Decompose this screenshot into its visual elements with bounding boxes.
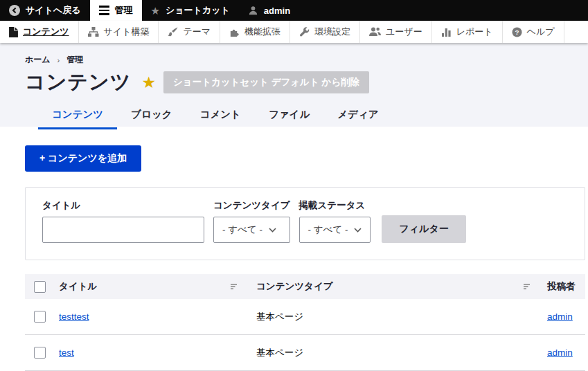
title-filter-input[interactable] — [42, 217, 204, 243]
select-all-checkbox[interactable] — [34, 281, 46, 293]
content-type-value: 基本ページ — [256, 311, 303, 323]
filter-panel: タイトル コンテンツタイプ - すべて - 掲載ステータス - すべて - フィ… — [25, 187, 585, 260]
table-header-row: タイトル コンテンツタイプ 投稿者 — [25, 274, 585, 299]
add-content-button[interactable]: + コンテンツを追加 — [25, 145, 141, 172]
table-header-author[interactable]: 投稿者 — [547, 281, 576, 291]
type-filter-select[interactable]: - すべて - — [213, 217, 290, 243]
breadcrumb-separator: › — [57, 56, 60, 64]
hamburger-icon — [99, 6, 109, 15]
back-to-site-button[interactable]: サイトへ戻る — [0, 0, 90, 21]
title-filter-field: タイトル — [42, 199, 204, 243]
table-row: test 基本ページ admin — [25, 335, 585, 371]
title-filter-label: タイトル — [42, 199, 204, 212]
chevron-down-icon — [269, 228, 276, 233]
wrench-icon — [299, 27, 310, 37]
bar-chart-icon — [441, 27, 452, 37]
content-title-link[interactable]: test — [59, 347, 74, 358]
menu-item-configuration-label: 環境設定 — [314, 26, 350, 38]
menu-item-extend-label: 機能拡張 — [244, 26, 280, 38]
content-table: タイトル コンテンツタイプ 投稿者 testtest — [25, 274, 585, 371]
content-title-link[interactable]: testtest — [59, 311, 89, 322]
menu-item-configuration[interactable]: 環境設定 — [290, 21, 360, 43]
svg-text:?: ? — [515, 28, 519, 35]
menu-item-people[interactable]: ユーザー — [360, 21, 432, 43]
author-link[interactable]: admin — [547, 347, 573, 358]
status-filter-field: 掲載ステータス - すべて - — [299, 199, 371, 243]
shortcuts-label: ショートカット — [166, 4, 230, 17]
tab-block[interactable]: ブロック — [117, 102, 186, 129]
users-icon — [369, 27, 381, 37]
row-checkbox[interactable] — [34, 311, 46, 323]
shortcuts-button[interactable]: ★ ショートカット — [142, 0, 239, 21]
file-icon — [9, 27, 18, 37]
shortcut-star-icon[interactable]: ★ — [141, 75, 156, 91]
page-title: コンテンツ — [25, 69, 131, 96]
breadcrumb-admin-link[interactable]: 管理 — [66, 54, 83, 66]
status-filter-label: 掲載ステータス — [299, 199, 371, 212]
title-row: コンテンツ ★ ショートカットセット デフォルト から削除 — [25, 69, 563, 96]
breadcrumb: ホーム › 管理 — [25, 54, 563, 66]
status-filter-selected-value: - すべて - — [308, 224, 348, 236]
menu-item-structure-label: サイト構築 — [104, 26, 150, 38]
menu-item-help[interactable]: ? ヘルプ — [503, 21, 564, 43]
tab-file[interactable]: ファイル — [255, 102, 323, 129]
user-icon — [248, 6, 258, 16]
menu-item-appearance[interactable]: テーマ — [159, 21, 220, 43]
brush-icon — [168, 27, 178, 37]
star-icon: ★ — [151, 6, 160, 16]
back-to-site-label: サイトへ戻る — [26, 4, 81, 17]
menu-item-appearance-label: テーマ — [183, 26, 211, 38]
help-icon: ? — [512, 27, 522, 37]
menu-item-content[interactable]: コンテンツ — [0, 21, 79, 43]
menu-item-help-label: ヘルプ — [527, 26, 555, 38]
status-filter-select[interactable]: - すべて - — [299, 217, 371, 243]
manage-menu-button[interactable]: 管理 — [90, 0, 142, 21]
menu-item-structure[interactable]: サイト構築 — [79, 21, 159, 43]
page-header: ホーム › 管理 コンテンツ ★ ショートカットセット デフォルト から削除 コ… — [0, 43, 588, 127]
user-label: admin — [264, 6, 290, 16]
sort-icon[interactable] — [524, 282, 532, 292]
menu-item-extend[interactable]: 機能拡張 — [220, 21, 290, 43]
sort-icon[interactable] — [231, 282, 239, 292]
menu-item-reports-label: レポート — [456, 26, 493, 38]
type-filter-selected-value: - すべて - — [222, 224, 262, 236]
admin-menu-bar: コンテンツ サイト構築 テーマ 機能拡張 環境設定 ユーザー レポート — [0, 21, 588, 43]
type-filter-label: コンテンツタイプ — [213, 199, 290, 212]
content-type-value: 基本ページ — [256, 347, 303, 359]
table-row: testtest 基本ページ admin — [25, 299, 585, 335]
menu-item-people-label: ユーザー — [386, 26, 422, 38]
manage-label: 管理 — [115, 4, 133, 17]
row-checkbox[interactable] — [34, 347, 46, 359]
tab-content[interactable]: コンテンツ — [38, 102, 117, 129]
main-content: + コンテンツを追加 タイトル コンテンツタイプ - すべて - 掲載ステータス… — [0, 127, 588, 371]
tab-bar: コンテンツ ブロック コメント ファイル メディア — [38, 102, 563, 129]
shortcut-tooltip: ショートカットセット デフォルト から削除 — [163, 71, 369, 93]
table-header-type[interactable]: コンテンツタイプ — [256, 280, 333, 293]
chevron-down-icon — [354, 228, 362, 233]
sitemap-icon — [88, 27, 99, 37]
tab-media[interactable]: メディア — [323, 102, 392, 129]
table-header-title[interactable]: タイトル — [59, 280, 97, 293]
breadcrumb-home-link[interactable]: ホーム — [25, 54, 51, 66]
menu-item-reports[interactable]: レポート — [432, 21, 503, 43]
tab-comment[interactable]: コメント — [186, 102, 255, 129]
puzzle-icon — [229, 27, 240, 37]
filter-submit-button[interactable]: フィルター — [382, 215, 465, 243]
user-menu-button[interactable]: admin — [239, 0, 299, 21]
admin-toolbar: サイトへ戻る 管理 ★ ショートカット admin — [0, 0, 588, 21]
author-link[interactable]: admin — [547, 311, 573, 322]
menu-item-content-label: コンテンツ — [23, 26, 69, 38]
type-filter-field: コンテンツタイプ - すべて - — [213, 199, 290, 243]
back-arrow-icon — [9, 5, 20, 16]
